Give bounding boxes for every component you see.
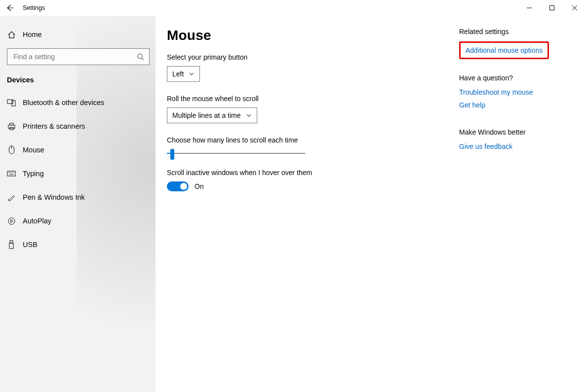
sidebar-item-printers[interactable]: Printers & scanners [0,114,156,138]
primary-button-value: Left [172,70,184,78]
wheel-scroll-value: Multiple lines at a time [172,111,241,119]
back-icon[interactable] [6,4,14,12]
sidebar-item-label: AutoPlay [23,217,51,225]
window-controls [518,0,586,16]
slider-track [167,153,305,154]
autoplay-icon [7,217,16,225]
sidebar-home[interactable]: Home [0,24,156,45]
lines-slider[interactable] [167,149,305,160]
make-windows-better-heading: Make Windows better [459,128,549,136]
home-icon [7,31,16,39]
sidebar-item-usb[interactable]: USB [0,233,156,256]
sidebar-item-autoplay[interactable]: AutoPlay [0,209,156,233]
titlebar: Settings [0,0,586,16]
hover-toggle[interactable] [167,181,189,191]
additional-mouse-options-highlight: Additional mouse options [459,41,549,59]
sidebar-item-label: Pen & Windows Ink [23,193,85,201]
titlebar-left: Settings [0,4,45,12]
usb-icon [7,240,16,249]
chevron-down-icon [246,112,252,118]
sidebar-item-label: USB [23,241,38,249]
svg-rect-9 [7,171,15,176]
have-question-heading: Have a question? [459,74,549,82]
primary-button-dropdown[interactable]: Left [167,66,200,82]
additional-mouse-options-link[interactable]: Additional mouse options [466,46,543,54]
sidebar-category: Devices [0,74,156,91]
search-input[interactable] [7,49,149,65]
svg-point-1 [138,54,142,58]
svg-point-10 [8,217,14,224]
sidebar-item-bluetooth[interactable]: Bluetooth & other devices [0,91,156,114]
app-title: Settings [23,4,45,11]
minimize-button[interactable] [518,0,541,16]
primary-button-label: Select your primary button [167,53,443,61]
hover-toggle-state: On [195,182,204,190]
feedback-link[interactable]: Give us feedback [459,143,512,150]
close-button[interactable] [563,0,586,16]
related-settings-heading: Related settings [459,28,549,36]
slider-thumb[interactable] [170,149,174,160]
sidebar-item-label: Bluetooth & other devices [23,99,104,107]
sidebar-item-typing[interactable]: Typing [0,162,156,185]
search-icon[interactable] [137,53,144,61]
keyboard-icon [7,170,16,177]
svg-rect-0 [550,6,554,10]
sidebar: Home Devices Bluetooth & other devices [0,16,156,392]
lines-scroll-label: Choose how many lines to scroll each tim… [167,136,443,144]
pen-icon [7,193,16,202]
devices-icon [7,98,16,107]
printer-icon [7,122,16,131]
wheel-scroll-dropdown[interactable]: Multiple lines at a time [167,107,257,123]
troubleshoot-mouse-link[interactable]: Troubleshoot my mouse [459,88,533,96]
chevron-down-icon [189,71,195,77]
hover-scroll-label: Scroll inactive windows when I hover ove… [167,169,443,177]
page-title: Mouse [167,28,443,43]
sidebar-item-label: Typing [23,170,44,178]
mouse-icon [7,145,16,154]
sidebar-item-label: Printers & scanners [23,122,85,130]
content-area: Mouse Select your primary button Left Ro… [156,16,586,392]
search-input-container[interactable] [7,48,150,65]
sidebar-item-mouse[interactable]: Mouse [0,138,156,162]
get-help-link[interactable]: Get help [459,101,485,109]
svg-rect-12 [9,243,13,249]
maximize-button[interactable] [541,0,563,16]
svg-rect-4 [8,125,14,128]
sidebar-item-label: Mouse [23,146,44,154]
wheel-scroll-label: Roll the mouse wheel to scroll [167,95,443,103]
sidebar-item-pen[interactable]: Pen & Windows Ink [0,185,156,209]
svg-rect-5 [9,123,13,125]
svg-rect-11 [10,241,13,243]
settings-window: Settings Home [0,0,586,392]
sidebar-home-label: Home [23,31,42,38]
